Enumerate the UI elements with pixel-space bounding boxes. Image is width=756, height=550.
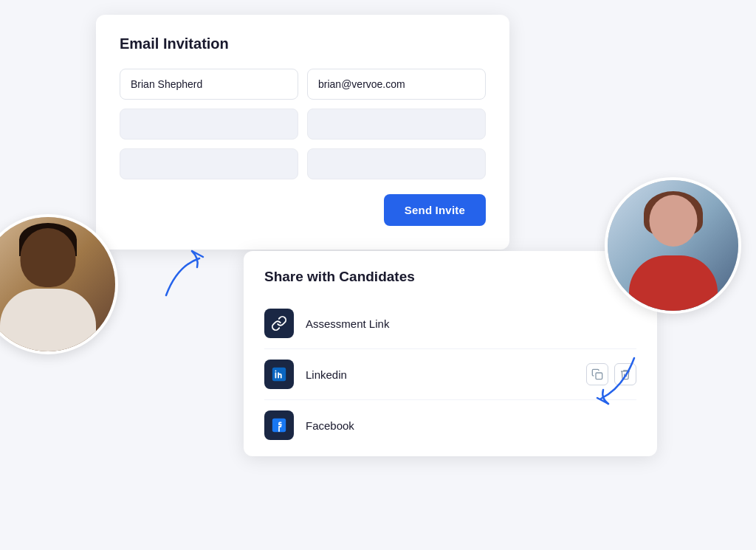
facebook-icon [271, 417, 287, 433]
share-item-assessment: Assessment Link [264, 298, 636, 349]
facebook-label: Facebook [306, 419, 354, 432]
arrow-right [583, 351, 649, 413]
avatar-female [605, 177, 741, 314]
facebook-icon-wrapper [264, 410, 294, 440]
share-item-facebook: Facebook [264, 400, 636, 450]
share-item-linkedin: Linkedin [264, 349, 636, 400]
share-card-title: Share with Candidates [264, 269, 636, 285]
woman-body [629, 255, 718, 314]
extra-input-2[interactable] [307, 109, 486, 140]
linkedin-label: Linkedin [306, 368, 347, 381]
linkedin-icon [271, 366, 287, 382]
extra-input-3[interactable] [120, 148, 298, 179]
man-head [21, 228, 76, 287]
email-invitation-card: Email Invitation Send Invite [96, 15, 509, 250]
man-body [0, 289, 96, 354]
assessment-label: Assessment Link [306, 317, 389, 330]
avatar-male [0, 214, 118, 354]
linkedin-icon-wrapper [264, 360, 294, 389]
assessment-icon-wrapper [264, 309, 294, 338]
woman-head [649, 195, 697, 247]
send-invite-row: Send Invite [120, 194, 486, 226]
extra-input-1[interactable] [120, 109, 298, 140]
scene: Email Invitation Send Invite Share with … [0, 0, 756, 550]
first-name-input[interactable] [120, 69, 298, 100]
email-card-title: Email Invitation [120, 35, 486, 52]
email-input[interactable] [307, 69, 486, 100]
extra-input-4[interactable] [307, 148, 486, 179]
link-icon [271, 315, 287, 331]
email-form-grid [120, 69, 486, 179]
send-invite-button[interactable]: Send Invite [384, 194, 486, 226]
arrow-left [151, 244, 218, 313]
